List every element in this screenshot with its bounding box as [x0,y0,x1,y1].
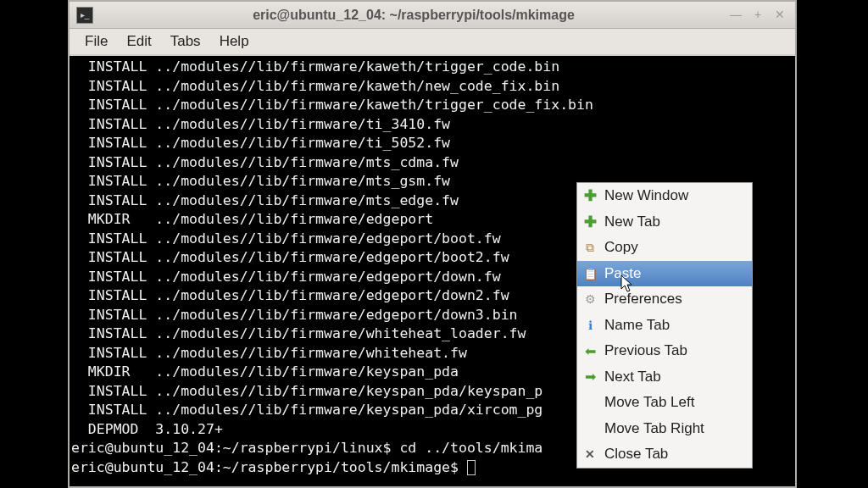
context-menu-label: Move Tab Right [604,420,704,437]
context-menu: ✚New Window✚New Tab⧉Copy📋Paste⚙Preferenc… [576,182,753,469]
context-menu-label: Move Tab Left [604,394,694,411]
context-menu-item-preferences[interactable]: ⚙Preferences [577,286,752,313]
titlebar[interactable]: ▸_ eric@ubuntu_12_04: ~/raspberrypi/tool… [70,2,795,29]
menu-file[interactable]: File [76,30,116,53]
left-icon: ⬅ [582,343,598,358]
window-title: eric@ubuntu_12_04: ~/raspberrypi/tools/m… [100,8,727,23]
context-menu-item-new-tab[interactable]: ✚New Tab [577,209,752,236]
info-icon: ℹ [582,318,598,333]
app-icon: ▸_ [76,7,93,24]
context-menu-item-new-window[interactable]: ✚New Window [577,183,752,209]
context-menu-item-paste[interactable]: 📋Paste [577,261,752,287]
menu-help[interactable]: Help [211,30,258,53]
menubar: File Edit Tabs Help [70,29,795,54]
blank-icon [582,395,598,410]
minimize-button[interactable]: — [727,8,744,22]
context-menu-label: New Window [604,187,688,204]
context-menu-label: Close Tab [604,446,668,463]
terminal-cursor [467,460,476,475]
context-menu-item-move-tab-left[interactable]: Move Tab Left [577,390,752,416]
copy-icon: ⧉ [582,240,598,255]
context-menu-item-next-tab[interactable]: ➡Next Tab [577,364,752,391]
context-menu-item-close-tab[interactable]: ✕Close Tab [577,441,752,468]
context-menu-item-move-tab-right[interactable]: Move Tab Right [577,416,752,442]
context-menu-label: Preferences [604,291,682,308]
context-menu-item-name-tab[interactable]: ℹName Tab [577,313,752,339]
plus-icon: ✚ [582,188,598,203]
window-buttons: — + ✕ [727,8,788,22]
context-menu-label: Name Tab [604,317,670,334]
context-menu-label: New Tab [604,214,660,230]
close-button[interactable]: ✕ [771,8,788,22]
paste-icon: 📋 [582,266,598,281]
plus-icon: ✚ [582,214,598,230]
context-menu-label: Previous Tab [604,342,687,359]
gear-icon: ⚙ [582,291,598,307]
context-menu-item-copy[interactable]: ⧉Copy [577,235,752,261]
blank-icon [582,421,598,436]
right-icon: ➡ [582,369,598,385]
context-menu-label: Copy [604,239,638,256]
context-menu-label: Next Tab [604,369,661,385]
close-icon: ✕ [582,446,598,462]
context-menu-item-previous-tab[interactable]: ⬅Previous Tab [577,338,752,364]
menu-edit[interactable]: Edit [118,30,159,53]
maximize-button[interactable]: + [749,8,766,22]
menu-tabs[interactable]: Tabs [162,30,209,53]
context-menu-label: Paste [604,265,641,282]
